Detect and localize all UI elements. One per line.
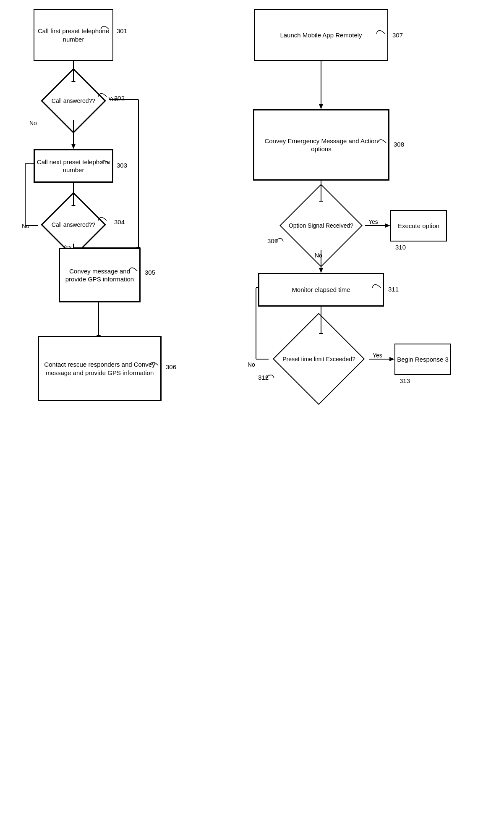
svg-marker-24: [319, 268, 323, 273]
label-304-no: No: [22, 223, 29, 229]
label-312-no: No: [248, 361, 255, 368]
node-313: Begin Response 3: [394, 344, 451, 375]
node-306: Contact rescue responders and Convey mes…: [38, 336, 162, 401]
node-308: Convey Emergency Message and Action opti…: [253, 109, 389, 181]
ref-line-312: [266, 372, 278, 384]
node-302: Call answered??: [38, 82, 109, 120]
label-312-yes: Yes: [373, 352, 382, 359]
ref-line-306: [158, 359, 171, 372]
node-312: Preset time limit Exceeded?: [269, 334, 369, 384]
ref-line-303: [109, 158, 122, 170]
ref-line-309: [275, 235, 287, 248]
flowchart-diagram: Call first preset telephone number 301 C…: [0, 0, 504, 827]
ref-line-304: [107, 214, 119, 227]
ref-line-305: [137, 265, 150, 277]
node-311: Monitor elapsed time: [258, 273, 384, 307]
label-309-yes: Yes: [368, 218, 378, 225]
node-303: Call next preset telephone number: [34, 149, 113, 183]
ref-line-308: [386, 137, 399, 149]
ref-line-301: [109, 23, 122, 36]
node-310: Execute option: [390, 210, 447, 242]
node-301: Call first preset telephone number: [34, 9, 113, 61]
svg-marker-18: [319, 104, 323, 109]
ref-313: 313: [400, 377, 410, 384]
ref-line-307: [385, 27, 397, 40]
label-309-no: No: [315, 252, 322, 259]
node-307: Launch Mobile App Remotely: [254, 9, 388, 61]
label-302-no: No: [29, 120, 37, 126]
node-309: Option Signal Received?: [277, 202, 365, 250]
svg-marker-28: [389, 357, 394, 361]
ref-310: 310: [395, 244, 406, 251]
node-305: Convey message and provide GPS informati…: [59, 248, 141, 302]
svg-marker-3: [71, 144, 76, 149]
ref-line-311: [381, 281, 393, 294]
label-302-yes: Yes: [108, 96, 118, 102]
svg-marker-22: [385, 223, 390, 228]
node-304: Call answered??: [38, 206, 109, 244]
